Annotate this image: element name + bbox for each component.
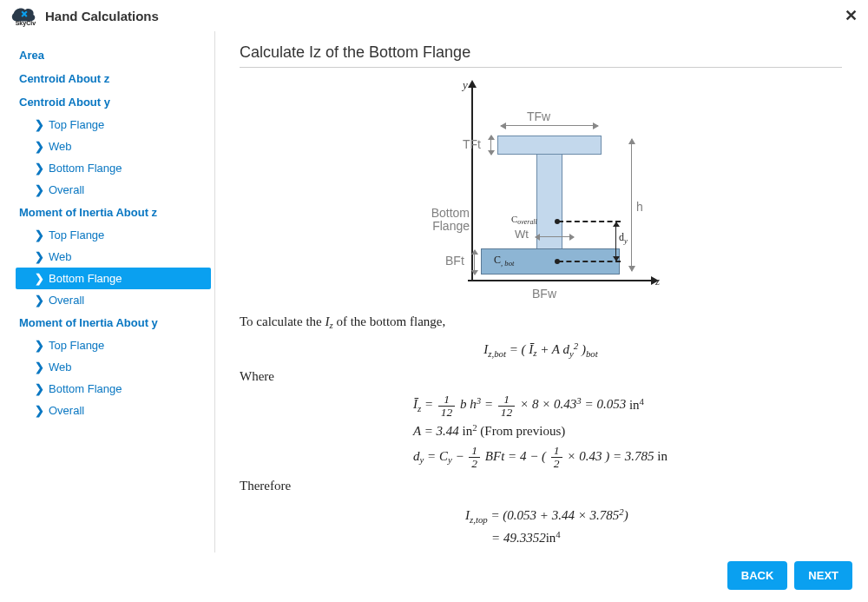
skyciv-logo: SkyCiv	[10, 5, 38, 26]
diagram-container: y z TFw TFt h BFt BFw Bottom Flange Cove…	[240, 82, 842, 299]
axis-y-label: y	[463, 78, 468, 92]
axis-z-label: z	[655, 275, 660, 288]
top-flange-shape	[497, 136, 602, 155]
equation-A: A = 3.44 in2 (From previous)	[413, 419, 842, 444]
nav-moi-y-bottom-flange[interactable]: ❯Bottom Flange	[16, 378, 211, 400]
header: SkyCiv Hand Calculations ✕	[0, 0, 868, 31]
beam-section-diagram: y z TFw TFt h BFt BFw Bottom Flange Cove…	[419, 82, 662, 299]
chevron-right-icon: ❯	[35, 250, 43, 263]
dash-line-bot	[558, 261, 621, 262]
nav-centroid-y[interactable]: Centroid About y	[16, 90, 211, 114]
chevron-right-icon: ❯	[35, 382, 43, 395]
nav-centroid-y-bottom-flange[interactable]: ❯Bottom Flange	[16, 157, 211, 179]
equations-block: Īz = 112 b h3 = 112 × 8 × 0.433 = 0.053 …	[413, 392, 842, 470]
dim-bfw: BFw	[532, 287, 556, 301]
wt-label: Wt	[515, 228, 529, 241]
intro-line: To calculate the Iz of the bottom flange…	[240, 311, 842, 334]
chevron-right-icon: ❯	[35, 162, 43, 175]
nav-moi-y-overall[interactable]: ❯Overall	[16, 400, 211, 421]
nav-moi-y[interactable]: Moment of Inertia About y	[16, 311, 211, 334]
dim-tft: TFt	[463, 137, 481, 151]
bottom-flange-label: Bottom Flange	[421, 207, 470, 234]
chevron-right-icon: ❯	[35, 339, 43, 352]
dim-tfw: TFw	[527, 109, 550, 123]
nav-centroid-y-web[interactable]: ❯Web	[16, 136, 211, 157]
page-title: Calculate Iz of the Bottom Flange	[240, 43, 842, 68]
therefore-label: Therefore	[240, 475, 842, 496]
close-icon[interactable]: ✕	[845, 6, 858, 25]
nav-moi-z-overall[interactable]: ❯Overall	[16, 289, 211, 311]
body-text: To calculate the Iz of the bottom flange…	[240, 311, 842, 548]
c-overall-label: Coverall	[511, 214, 537, 226]
web-shape	[536, 155, 562, 248]
nav-moi-z[interactable]: Moment of Inertia About z	[16, 201, 211, 224]
header-title: Hand Calculations	[45, 9, 159, 23]
axis-z	[468, 280, 657, 281]
chevron-right-icon: ❯	[35, 183, 43, 196]
chevron-right-icon: ❯	[35, 272, 43, 285]
equation-iz-bot: Iz,bot = ( Īz + A dy2 )bot	[240, 339, 842, 361]
chevron-right-icon: ❯	[35, 228, 43, 241]
dim-tfw-line	[501, 125, 598, 126]
wt-arrow	[536, 236, 574, 237]
equation-dy: dy = Cy − 12 BFt = 4 − ( 12 × 0.43 ) = 3…	[413, 444, 842, 470]
chevron-right-icon: ❯	[35, 118, 43, 131]
svg-text:SkyCiv: SkyCiv	[16, 20, 36, 27]
footer: BACK NEXT	[727, 561, 852, 590]
nav-moi-z-bottom-flange[interactable]: ❯Bottom Flange	[16, 268, 211, 289]
dim-h: h	[636, 200, 643, 214]
chevron-right-icon: ❯	[35, 361, 43, 374]
nav-centroid-y-top-flange[interactable]: ❯Top Flange	[16, 114, 211, 136]
nav-centroid-z[interactable]: Centroid About z	[16, 67, 211, 90]
dim-tft-line	[490, 136, 491, 155]
nav-centroid-y-overall[interactable]: ❯Overall	[16, 179, 211, 201]
nav-moi-y-top-flange[interactable]: ❯Top Flange	[16, 334, 211, 356]
main-content: Calculate Iz of the Bottom Flange y z TF…	[215, 31, 868, 552]
next-button[interactable]: NEXT	[794, 561, 852, 590]
chevron-right-icon: ❯	[35, 294, 43, 307]
dim-dy-line	[615, 222, 616, 261]
dim-dy: dy	[619, 231, 628, 245]
nav-moi-z-top-flange[interactable]: ❯Top Flange	[16, 224, 211, 246]
equation-ibar: Īz = 112 b h3 = 112 × 8 × 0.433 = 0.053 …	[413, 392, 842, 419]
chevron-right-icon: ❯	[35, 404, 43, 417]
chevron-right-icon: ❯	[35, 140, 43, 153]
dim-bft: BFt	[445, 254, 464, 268]
dim-bft-line	[474, 250, 475, 275]
nav-moi-z-web[interactable]: ❯Web	[16, 246, 211, 268]
c-bot-label: C, bot	[494, 254, 514, 268]
nav-moi-y-web[interactable]: ❯Web	[16, 356, 211, 378]
dash-line-overall	[558, 221, 621, 222]
dim-h-line	[631, 139, 632, 271]
equation-result: Iz,top = (0.053 + 3.44 × 3.7852) = 49.33…	[465, 505, 842, 548]
sidebar: Area Centroid About z Centroid About y ❯…	[0, 31, 215, 552]
where-label: Where	[240, 366, 842, 387]
nav-area[interactable]: Area	[16, 43, 211, 67]
back-button[interactable]: BACK	[727, 561, 788, 590]
